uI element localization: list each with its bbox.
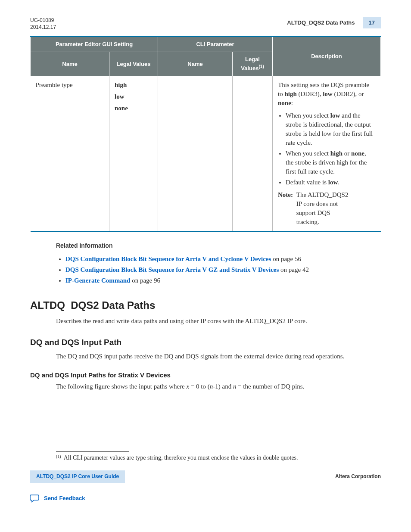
th-gui-name: Name [31, 52, 109, 76]
th-gui-legal: Legal Values [109, 52, 158, 76]
send-feedback[interactable]: Send Feedback [30, 494, 381, 503]
desc-bullet-1: When you select low and the strobe is bi… [286, 111, 376, 147]
cell-cli-legal [233, 76, 273, 232]
footnote-mark: (1) [56, 454, 61, 462]
related-info-heading: Related Information [56, 242, 381, 250]
send-feedback-link[interactable]: Send Feedback [44, 495, 85, 502]
heading-1: ALTDQ_DQS2 Data Paths [30, 298, 381, 313]
related-item: IP-Generate Command on page 96 [65, 276, 381, 285]
doc-date: 2014.12.17 [30, 24, 56, 31]
related-link-1[interactable]: DQS Configuration Block Bit Sequence for… [65, 255, 271, 262]
paragraph-1: Describes the read and write data paths … [56, 317, 381, 326]
desc-intro: This setting sets the DQS preamble to hi… [278, 81, 376, 108]
related-item: DQS Configuration Block Bit Sequence for… [65, 255, 381, 264]
desc-bullet-3: Default value is low. [286, 178, 376, 187]
desc-note: Note: The ALTDQ_DQS2 IP core does not su… [278, 190, 376, 227]
th-cli-name: Name [158, 52, 233, 76]
feedback-icon [30, 494, 40, 503]
footnote-rule [56, 451, 129, 452]
th-gui-group: Parameter Editor GUI Setting [31, 37, 158, 52]
cell-param-name: Preamble type [31, 76, 109, 232]
th-cli-legal: Legal Values(1) [233, 52, 273, 76]
footnote-text: All CLI parameter values are type string… [64, 454, 298, 462]
related-link-3[interactable]: IP-Generate Command [65, 277, 130, 284]
th-cli-group: CLI Parameter [158, 37, 273, 52]
cell-legal-values: high low none [109, 76, 158, 232]
footer: ALTDQ_DQS2 IP Core User Guide Altera Cor… [30, 470, 381, 483]
footer-guide-title[interactable]: ALTDQ_DQS2 IP Core User Guide [30, 470, 125, 483]
parameter-table: Parameter Editor GUI Setting CLI Paramet… [30, 36, 381, 232]
th-description: Description [273, 37, 381, 76]
heading-3: DQ and DQS Input Paths for Stratix V Dev… [30, 370, 381, 380]
page-header: UG-01089 2014.12.17 ALTDQ_DQS2 Data Path… [30, 17, 381, 31]
footnote: (1) All CLI parameter values are type st… [56, 454, 381, 462]
page-number: 17 [363, 17, 381, 28]
paragraph-2: The DQ and DQS input paths receive the D… [56, 352, 381, 361]
header-section-title: ALTDQ_DQS2 Data Paths [287, 19, 355, 27]
paragraph-3: The following figure shows the input pat… [56, 382, 381, 391]
related-info-list: DQS Configuration Block Bit Sequence for… [56, 255, 381, 285]
table-row: Preamble type high low none This setting… [31, 76, 381, 232]
cell-description: This setting sets the DQS preamble to hi… [273, 76, 381, 232]
desc-bullet-2: When you select high or none, the strobe… [286, 149, 376, 176]
related-item: DQS Configuration Block Bit Sequence for… [65, 265, 381, 274]
related-link-2[interactable]: DQS Configuration Block Bit Sequence for… [65, 266, 279, 273]
heading-2: DQ and DQS Input Path [30, 337, 381, 348]
cell-cli-name [158, 76, 233, 232]
doc-identifier: UG-01089 2014.12.17 [30, 17, 56, 31]
footer-company: Altera Corporation [335, 473, 381, 480]
doc-id: UG-01089 [30, 17, 56, 24]
